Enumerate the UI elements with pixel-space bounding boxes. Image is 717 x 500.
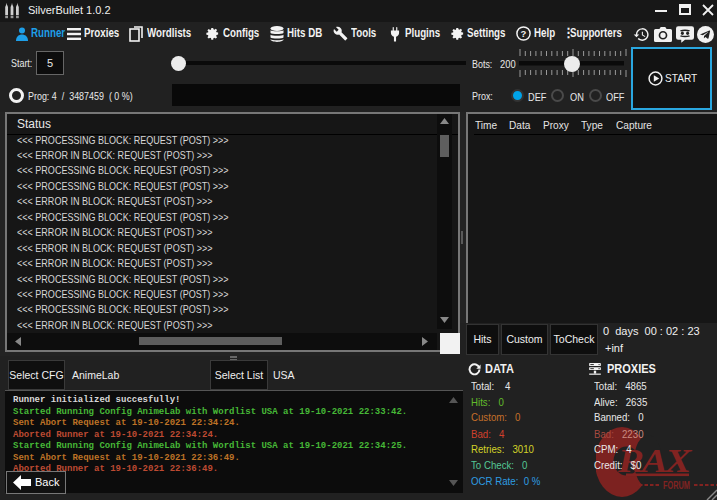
svg-text:FORUM: FORUM: [663, 479, 690, 491]
svg-text:?: ?: [521, 28, 527, 39]
